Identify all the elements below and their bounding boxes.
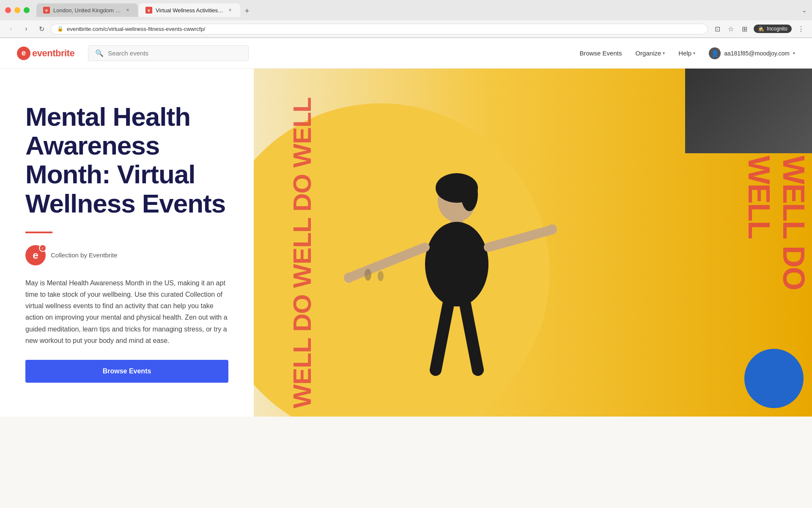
browse-events-label: Browse Events (579, 50, 622, 57)
forward-button[interactable]: › (20, 23, 32, 35)
svg-line-10 (465, 304, 478, 370)
url-input[interactable] (67, 26, 702, 32)
help-chevron-icon: ▾ (693, 51, 695, 55)
svg-point-2 (461, 177, 478, 211)
collection-check-icon: ✓ (39, 244, 47, 252)
address-bar-row: ‹ › ↻ 🔒 ⊡ ☆ ⊞ 🕵 Incognito (0, 20, 812, 38)
reload-button[interactable]: ↻ (36, 23, 47, 35)
hero-title: Mental Health Awareness Month: Virtual W… (25, 102, 228, 218)
window-maximize-button[interactable] (24, 7, 30, 13)
collection-label: Collection by Eventbrite (51, 251, 118, 259)
eventbrite-logo[interactable]: e eventbrite (17, 47, 74, 60)
hero-description: May is Mental Health Awareness Month in … (25, 277, 228, 346)
back-button[interactable]: ‹ (5, 23, 17, 35)
svg-point-7 (344, 273, 354, 283)
hero-rotating-text-bottom: WELL DO WELL DO WELL (288, 97, 317, 408)
help-label: Help (678, 50, 691, 57)
browser-menu-button[interactable]: ⋮ (795, 23, 807, 35)
browser-tab-1[interactable]: e London, United Kingdom Ev... × (36, 3, 138, 17)
nav-links: Browse Events Organize ▾ Help ▾ 👤 aa181f… (579, 47, 795, 59)
hero-left-panel: Mental Health Awareness Month: Virtual W… (0, 69, 254, 417)
lock-icon: 🔒 (57, 26, 63, 32)
puzzle-icon: ⊞ (742, 25, 747, 33)
address-bar-actions: ⊡ ☆ ⊞ (711, 23, 750, 35)
tab-close-button-2[interactable]: × (227, 7, 233, 14)
user-icon-glyph: 👤 (711, 50, 719, 57)
eventbrite-logo-text: eventbrite (32, 48, 74, 59)
menu-dots-icon: ⋮ (798, 25, 804, 33)
user-chevron-icon: ▾ (793, 51, 795, 55)
extension-button[interactable]: ⊞ (738, 23, 750, 35)
svg-point-12 (378, 271, 384, 281)
hero-small-preview (744, 349, 804, 408)
incognito-icon: 🕵 (758, 26, 764, 32)
collection-logo: e ✓ (25, 245, 46, 265)
tab-expand-button[interactable]: ⌄ (802, 7, 807, 14)
tab-title-2: Virtual Wellness Activities | Ev... (156, 7, 223, 14)
incognito-badge: 🕵 Incognito (754, 25, 792, 33)
organize-label: Organize (635, 50, 661, 57)
window-controls (5, 7, 30, 13)
svg-line-6 (488, 230, 550, 247)
hero-divider (25, 232, 52, 233)
incognito-label: Incognito (767, 26, 787, 32)
organize-chevron-icon: ▾ (663, 51, 665, 55)
cast-button[interactable]: ⊡ (711, 23, 723, 35)
reload-icon: ↻ (39, 25, 44, 33)
hero-person-svg (275, 146, 571, 417)
hero-person-image (275, 146, 571, 417)
hero-right-panel: WELL DO WELL DO WELL WELL DO WELL DO WEL… (254, 69, 812, 417)
tab-close-button-1[interactable]: × (124, 7, 131, 14)
bookmark-button[interactable]: ☆ (725, 23, 737, 35)
eventbrite-search-bar[interactable]: 🔍 (88, 45, 249, 61)
svg-line-9 (436, 304, 448, 370)
forward-icon: › (25, 25, 27, 33)
tab-favicon-1: e (43, 7, 50, 14)
bookmark-icon: ☆ (728, 25, 734, 33)
address-bar[interactable]: 🔒 (51, 24, 708, 34)
browser-titlebar: e London, United Kingdom Ev... × e Virtu… (0, 0, 812, 20)
tabs-bar: e London, United Kingdom Ev... × e Virtu… (36, 3, 798, 17)
browser-tab-2[interactable]: e Virtual Wellness Activities | Ev... × (139, 3, 240, 17)
help-link[interactable]: Help ▾ (678, 50, 695, 57)
user-avatar-icon: 👤 (709, 47, 721, 59)
back-icon: ‹ (10, 25, 12, 33)
main-content: Mental Health Awareness Month: Virtual W… (0, 69, 812, 417)
hero-dark-overlay (685, 69, 812, 153)
browser-chrome: e London, United Kingdom Ev... × e Virtu… (0, 0, 812, 38)
browse-events-cta-button[interactable]: Browse Events (25, 360, 228, 383)
svg-point-11 (365, 269, 371, 281)
collection-badge: e ✓ Collection by Eventbrite (25, 245, 228, 265)
svg-point-4 (425, 222, 488, 306)
window-close-button[interactable] (5, 7, 11, 13)
svg-line-5 (351, 247, 425, 277)
browse-events-link[interactable]: Browse Events (579, 50, 622, 57)
search-icon: 🔍 (95, 49, 104, 57)
hero-rotating-text-right: WELL DO WELL DO WELL (742, 155, 812, 329)
eventbrite-navbar: e eventbrite 🔍 Browse Events Organize ▾ … (0, 38, 812, 69)
cast-icon: ⊡ (715, 25, 720, 33)
user-area[interactable]: 👤 aa181f85@moodjoy.com ▾ (709, 47, 795, 59)
tab-title-1: London, United Kingdom Ev... (53, 7, 121, 14)
search-input[interactable] (108, 50, 241, 57)
window-minimize-button[interactable] (14, 7, 20, 13)
eventbrite-logo-icon: e (17, 47, 30, 60)
new-tab-button[interactable]: + (241, 5, 253, 17)
tab-favicon-2: e (145, 7, 152, 14)
user-email-label: aa181f85@moodjoy.com (724, 50, 790, 57)
hero-banner: Mental Health Awareness Month: Virtual W… (0, 69, 812, 417)
svg-point-8 (547, 224, 557, 235)
organize-link[interactable]: Organize ▾ (635, 50, 665, 57)
